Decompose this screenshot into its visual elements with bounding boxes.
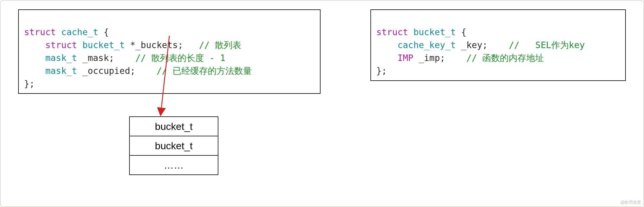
field-mask: _mask; [77,53,136,63]
type-mask-t: mask_t [45,66,77,76]
type-bucket-t: bucket_t [82,40,125,50]
brace-close: }; [376,66,387,76]
table-row: bucket_t [130,136,218,156]
diagram-canvas: struct cache_t { struct bucket_t *_bucke… [0,0,644,207]
bucket-t-code-box: struct bucket_t { cache_key_t _key; // S… [370,9,626,81]
indent [376,53,397,63]
type-mask-t: mask_t [45,53,77,63]
keyword-struct: struct [45,40,77,50]
field-buckets: *_buckets; [125,40,199,50]
brace-close: }; [24,79,35,89]
comment-occupied: // 已经缓存的方法数量 [157,66,252,76]
comment-key: // SEL作为key [509,40,585,50]
comment-hash-table: // 散列表 [199,40,241,50]
watermark: @欧币杰普 [621,200,641,205]
indent [24,53,45,63]
type-imp: IMP [397,53,413,63]
field-imp: _imp; [413,53,466,63]
table-row: …… [130,156,218,174]
keyword-struct: struct [24,27,56,37]
keyword-struct: struct [376,27,408,37]
comment-imp: // 函数的内存地址 [466,53,544,63]
type-cache-key-t: cache_key_t [397,40,456,50]
indent [24,66,45,76]
indent [376,40,397,50]
table-row: bucket_t [130,117,218,136]
type-cache-t: cache_t [61,27,98,37]
brace-open: { [456,27,466,37]
bucket-array-table: bucket_t bucket_t …… [129,116,218,175]
indent [24,40,45,50]
cache-t-code-box: struct cache_t { struct bucket_t *_bucke… [18,9,321,94]
comment-mask: // 散列表的长度 - 1 [135,53,225,63]
field-key: _key; [456,40,509,50]
type-bucket-t: bucket_t [413,27,456,37]
brace-open: { [98,27,109,37]
field-occupied: _occupied; [77,66,157,76]
